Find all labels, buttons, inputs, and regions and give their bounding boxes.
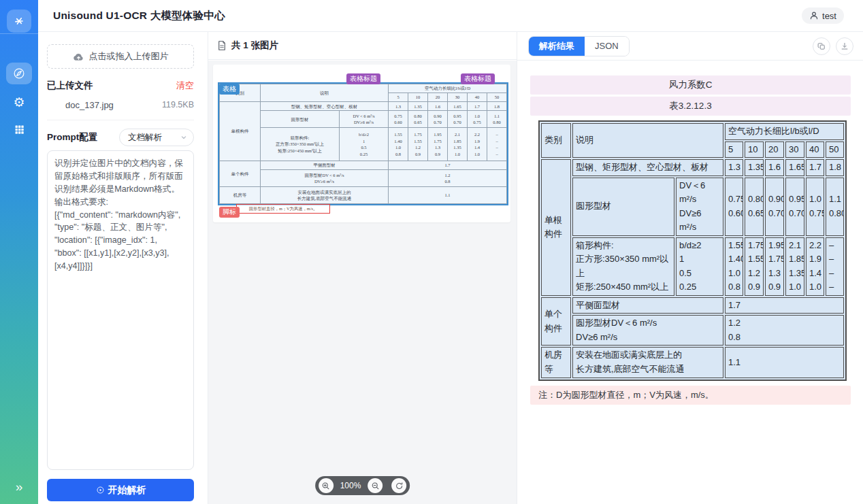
- table-cell: 1.7: [725, 297, 844, 314]
- annotation-tag-table-title: 表格标题: [346, 73, 380, 84]
- file-name: doc_137.jpg: [47, 100, 114, 110]
- prompt-mode-value: 文档解析: [128, 132, 162, 144]
- preview-image[interactable]: 类别说明空气动力长细比l/b或l/D51020304050单根构件型钢、矩形型材…: [213, 65, 510, 222]
- sidebar: ⚙ »: [0, 0, 38, 504]
- table-cell: 平侧面型材: [261, 161, 389, 169]
- divider: [47, 120, 194, 120]
- tab-json[interactable]: JSON: [585, 37, 629, 56]
- config-panel: 点击或拖入上传图片 已上传文件 清空 doc_137.jpg 119.5KB P…: [38, 32, 208, 504]
- table-cell: 1.951.751.30.9: [765, 237, 784, 296]
- table-cell: 10: [745, 141, 764, 158]
- prompt-mode-select[interactable]: 文档解析: [119, 129, 194, 146]
- result-note: 注：D为圆形型材直径，m；V为风速，m/s。: [530, 386, 851, 405]
- prompt-textarea[interactable]: 识别并定位图片中的文档内容，保留原始格式和排版顺序，所有版面识别结果必须是Mar…: [47, 150, 194, 470]
- document-icon: [217, 40, 227, 51]
- table-cell: 单根构件: [541, 159, 571, 296]
- download-button[interactable]: [836, 37, 853, 55]
- tab-parse-result[interactable]: 解析结果: [529, 37, 585, 56]
- table-cell: 空气动力长细比l/b或l/D: [725, 123, 844, 140]
- double-chevron-right-icon: »: [16, 480, 23, 494]
- table-cell: 1.20.8: [725, 315, 844, 346]
- table-cell: 说明: [572, 123, 723, 158]
- sidebar-item-settings[interactable]: ⚙: [6, 91, 32, 113]
- table-cell: 0.800.65: [745, 178, 764, 236]
- upload-label: 点击或拖入上传图片: [89, 50, 169, 63]
- table-cell: 0.750.60: [725, 178, 743, 236]
- table-cell: 1.751.551.20.9: [745, 237, 764, 296]
- table-cell: 机房等: [541, 347, 571, 377]
- table-cell: 2.11.851.351.0: [448, 128, 468, 161]
- table-cell: 1.8: [487, 102, 507, 111]
- table-cell: 0.950.70: [448, 111, 468, 128]
- table-cell: 1.3: [725, 159, 743, 176]
- prompt-config-title: Prompt配置: [47, 131, 97, 144]
- sidebar-item-apps[interactable]: [6, 118, 32, 140]
- table-cell: 1.35: [408, 102, 428, 111]
- table-cell: 箱形构件:正方形:350×350 mm²以上矩形:250×450 mm²以上: [572, 237, 674, 296]
- table-cell: 40: [806, 141, 824, 158]
- table-cell: 50: [826, 141, 844, 158]
- table-cell: 单根构件: [220, 102, 261, 161]
- table-cell: 安装在地面或满实底层上的长方建筑,底部空气不能流通: [261, 187, 389, 204]
- header: Unisound U1-OCR 大模型体验中心 test: [38, 0, 863, 32]
- table-cell: 机房等: [220, 187, 261, 204]
- table-cell: 型钢、矩形型材、空心型材、板材: [572, 159, 723, 176]
- file-list-item[interactable]: doc_137.jpg 119.5KB: [47, 100, 194, 110]
- sidebar-collapse-button[interactable]: »: [0, 478, 38, 497]
- copy-button[interactable]: [813, 37, 830, 55]
- sidebar-item-explore[interactable]: [6, 63, 32, 84]
- table-cell: 1.7: [806, 159, 824, 176]
- table-cell: 1.00.75: [806, 178, 824, 236]
- table-cell: 0.900.70: [428, 111, 448, 128]
- zoom-reset-button[interactable]: [391, 478, 406, 493]
- user-icon: [809, 11, 819, 20]
- table-cell: ––––: [487, 128, 507, 161]
- table-cell: 1.65: [785, 159, 804, 176]
- annotation-tag-footnote: 脚标: [219, 207, 240, 218]
- table-cell: 1.8: [826, 159, 844, 176]
- compass-icon: [12, 67, 26, 80]
- scanned-footnote-text: 圆形型材直径，m；V为风速，m/s。: [249, 206, 317, 212]
- table-cell: 2.21.91.41.0: [468, 128, 487, 161]
- table-cell: 类别: [541, 123, 571, 158]
- scanned-table: 类别说明空气动力长细比l/b或l/D51020304050单根构件型钢、矩形型材…: [219, 84, 507, 204]
- zoom-out-button[interactable]: [368, 478, 382, 493]
- table-cell: 安装在地面或满实底层上的长方建筑,底部空气不能流通: [572, 347, 723, 377]
- gear-icon: ⚙: [13, 96, 25, 109]
- table-cell: 圆形型材DV＜6 m²/sDV≥6 m²/s: [572, 315, 723, 346]
- table-cell: 1.10.80: [826, 178, 844, 236]
- annotation-tag-table: 表格: [219, 84, 240, 95]
- start-parse-button[interactable]: 开始解析: [47, 479, 194, 501]
- table-cell: ––––: [826, 237, 844, 296]
- table-cell: b/d≥210.50.25: [676, 237, 723, 296]
- table-cell: 1.35: [745, 159, 764, 176]
- table-cell: 1.00.75: [468, 111, 487, 128]
- table-cell: 单个构件: [541, 297, 571, 346]
- table-cell: 30: [785, 141, 804, 158]
- page-title: Unisound U1-OCR 大模型体验中心: [53, 9, 225, 23]
- table-annotation-box: 类别说明空气动力长细比l/b或l/D51020304050单根构件型钢、矩形型材…: [218, 82, 508, 205]
- cloud-upload-icon: [73, 52, 84, 61]
- footnote-annotation-box: 圆形型材直径，m；V为风速，m/s。: [236, 204, 330, 214]
- table-cell: 单个构件: [220, 161, 261, 186]
- table-cell: 40: [468, 93, 487, 102]
- table-cell: 1.951.751.30.9: [428, 128, 448, 161]
- clear-files-button[interactable]: 清空: [176, 80, 194, 92]
- zoom-in-button[interactable]: [319, 478, 333, 493]
- table-cell: 型钢、矩形型材、空心型材、板材: [261, 102, 389, 111]
- result-content: 风力系数C 表3.2.12.3 类别说明空气动力长细比l/b或l/D510203…: [517, 61, 863, 504]
- user-menu-button[interactable]: test: [802, 7, 844, 24]
- table-cell: 1.7: [389, 161, 507, 169]
- table-cell: b/d≥210.50.25: [340, 128, 389, 161]
- table-cell: 圆形型材: [572, 178, 674, 236]
- table-cell: 1.6: [765, 159, 784, 176]
- table-cell: 30: [448, 93, 468, 102]
- uploaded-files-title: 已上传文件: [47, 80, 93, 92]
- app-logo: [7, 10, 31, 33]
- result-title: 风力系数C: [530, 75, 851, 95]
- image-count-label: 共 1 张图片: [231, 39, 278, 52]
- upload-dropzone[interactable]: 点击或拖入上传图片: [47, 44, 194, 69]
- table-cell: 1.6: [428, 102, 448, 111]
- table-cell: 10: [408, 93, 428, 102]
- result-subtitle: 表3.2.12.3: [530, 97, 851, 116]
